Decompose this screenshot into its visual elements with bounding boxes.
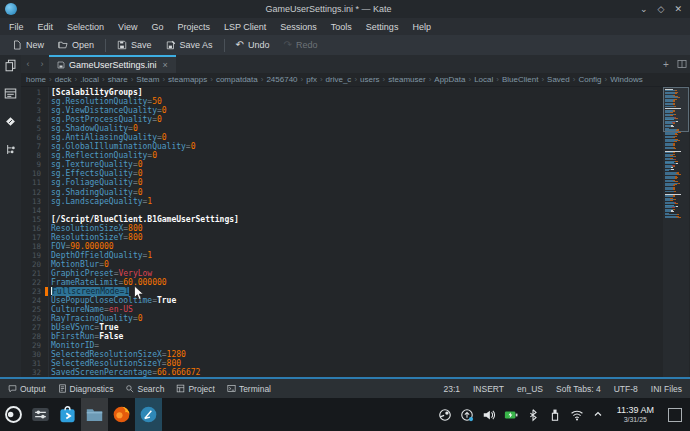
new-button[interactable]: New [5,38,51,52]
breadcrumb-item-home[interactable]: home [25,75,47,84]
window-close-button[interactable]: ✕ [674,5,682,14]
tab-prev-button[interactable]: ‹ [21,55,35,73]
taskbar-app-launcher[interactable] [0,398,27,431]
line-number: 31 [21,359,45,368]
menu-edit[interactable]: Edit [31,20,61,34]
statusbar-encoding[interactable]: UTF-8 [614,384,638,394]
battery-tray[interactable] [504,408,518,422]
breadcrumb-item-share[interactable]: share [107,75,129,84]
breadcrumb-item-steamapps[interactable]: steamapps [167,75,208,84]
window-minimize-button[interactable]: ⌄ [640,5,648,14]
statusbar-diagnostics-button[interactable]: Diagnostics [58,384,114,394]
editor[interactable]: 1[ScalabilityGroups]2sg.ResolutionQualit… [21,86,690,377]
steam-tray[interactable] [438,408,452,422]
breadcrumb-separator: › [73,75,80,84]
taskbar-dolphin[interactable] [81,398,108,431]
statusbar-input-mode[interactable]: INSERT [473,384,504,394]
breadcrumb-item-local[interactable]: Local [473,75,494,84]
statusbar-tab-mode[interactable]: Soft Tabs: 4 [556,384,601,394]
tab-gameusersettings[interactable]: GameUserSettings.ini × [49,55,176,73]
code-line: 7sg.GlobalIlluminationQuality=0 [21,142,662,151]
taskbar-firefox[interactable] [108,398,135,431]
menu-selection[interactable]: Selection [60,20,111,34]
breadcrumb-item-config[interactable]: Config [577,75,602,84]
volume-tray[interactable] [482,408,496,422]
tab-label: GameUserSettings.ini [69,60,157,70]
updates-tray[interactable] [460,408,474,422]
breadcrumb-item-deck[interactable]: deck [54,75,73,84]
selected-text: FullscreenMode=1 [52,287,129,296]
breadcrumb-item-steam[interactable]: Steam [135,75,160,84]
breadcrumb-item-blueclient[interactable]: BlueClient [501,75,539,84]
usb-tray[interactable] [548,408,562,422]
minimap-viewport[interactable] [663,87,689,132]
token-num: 0 [157,115,162,124]
token-num: 0 [133,124,138,133]
menu-file[interactable]: File [2,20,31,34]
split-view-button[interactable] [674,55,690,73]
breadcrumb-item-compatdata[interactable]: compatdata [215,75,259,84]
menu-view[interactable]: View [111,20,144,34]
breadcrumb: home›deck›.local›share›Steam›steamapps›c… [21,73,690,86]
tab-close-icon[interactable]: × [163,60,168,70]
code-line: 13sg.LandscapeQuality=1 [21,197,662,206]
tabbar: ‹ › GameUserSettings.ini × + [21,55,690,73]
statusbar-project-button[interactable]: Project [176,384,214,394]
bluetooth-tray[interactable] [526,408,540,422]
menu-projects[interactable]: Projects [170,20,217,34]
digital-clock[interactable]: 11:39 AM 3/31/25 [614,405,657,425]
toolbar-button-label: Save [131,40,152,50]
window-maximize-button[interactable]: ◇ [658,5,665,14]
taskbar-kate[interactable] [135,398,162,431]
wifi-tray[interactable] [570,408,584,422]
sidebar-tool-filesystem[interactable] [4,87,18,101]
line-marker [45,368,48,377]
line-marker [45,251,48,260]
breadcrumb-item--local[interactable]: .local [79,75,100,84]
breadcrumb-item-pfx[interactable]: pfx [305,75,318,84]
open-button[interactable]: Open [51,38,101,52]
breadcrumb-item-users[interactable]: users [359,75,381,84]
menu-tools[interactable]: Tools [324,20,359,34]
line-number: 14 [21,206,45,215]
save-as-button[interactable]: Save As [159,38,220,52]
new-tab-button[interactable]: + [658,55,674,73]
line-marker [45,224,48,233]
code-area[interactable]: 1[ScalabilityGroups]2sg.ResolutionQualit… [21,88,662,377]
taskbar-system-settings[interactable] [27,398,54,431]
breadcrumb-item-steamuser[interactable]: steamuser [387,75,426,84]
tab-next-button[interactable]: › [35,55,49,73]
show-desktop-button[interactable] [668,408,682,422]
menu-settings[interactable]: Settings [359,20,406,34]
menu-help[interactable]: Help [405,20,438,34]
statusbar-output-button[interactable]: Output [8,384,46,394]
line-number: 21 [21,269,45,278]
sidebar-tool-git[interactable] [4,115,18,129]
breadcrumb-item-windows[interactable]: Windows [609,75,643,84]
breadcrumb-item-2456740[interactable]: 2456740 [265,75,298,84]
save-icon [117,40,127,50]
line-number: 16 [21,224,45,233]
undo-button[interactable]: ↶Undo [229,38,277,52]
breadcrumb-item-saved[interactable]: Saved [546,75,571,84]
breadcrumb-item-drive-c[interactable]: drive_c [325,75,353,84]
menu-sessions[interactable]: Sessions [273,20,324,34]
sidebar-tool-documents[interactable] [4,59,18,73]
statusbar-dictionary[interactable]: en_US [517,384,543,394]
taskbar-discover[interactable] [54,398,81,431]
minimap-scrollbar[interactable] [663,87,689,377]
statusbar-syntax-mode[interactable]: INI Files [651,384,682,394]
statusbar-search-button[interactable]: Search [125,384,164,394]
statusbar-terminal-button[interactable]: Terminal [227,384,271,394]
save-button[interactable]: Save [110,38,159,52]
statusbar-cursor-position[interactable]: 23:1 [443,384,460,394]
statusbar-button-label: Output [20,384,46,394]
menu-go[interactable]: Go [144,20,170,34]
token-num: 800 [128,233,142,242]
breadcrumb-item-appdata[interactable]: AppData [433,75,466,84]
token-num: 800 [167,359,181,368]
menu-lsp-client[interactable]: LSP Client [217,20,273,34]
token-key: sg.ViewDistanceQuality [51,106,157,115]
expand-tray[interactable] [592,408,606,422]
sidebar-tool-symbols[interactable] [4,143,18,157]
